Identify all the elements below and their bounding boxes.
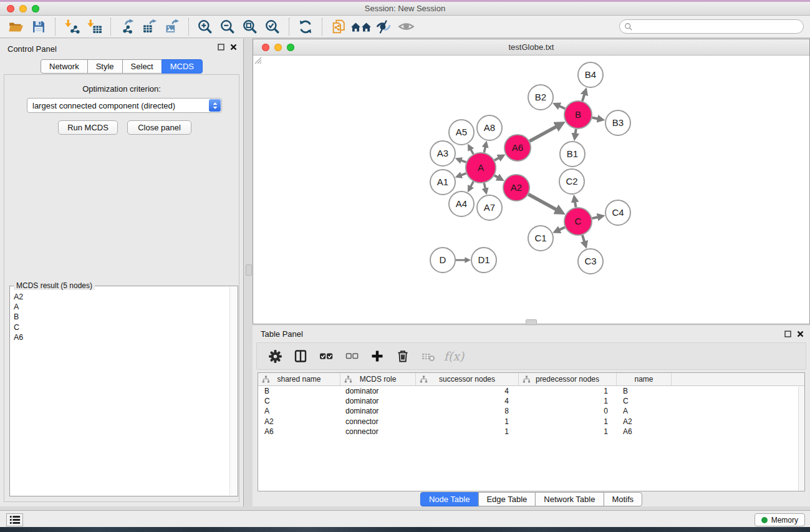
graph-edge-C-C1[interactable]	[559, 227, 565, 230]
graph-edge-B-B4[interactable]	[582, 94, 584, 101]
column-header-successor-nodes[interactable]: successor nodes	[416, 373, 519, 385]
column-header-mcds-role[interactable]: MCDS role	[340, 373, 416, 385]
network-graph: B4B2BB3A8A5A6A3B1AA1C2A2A4A7C4CC1C3DD1	[253, 56, 809, 324]
graph-edge-A6-B[interactable]	[529, 127, 557, 142]
result-item[interactable]: C	[10, 322, 229, 332]
graph-edge-A2-C[interactable]	[528, 195, 556, 210]
minimize-window-button[interactable]	[19, 5, 27, 12]
tab-network[interactable]: Network	[41, 59, 88, 74]
tab-mcds[interactable]: MCDS	[162, 59, 203, 74]
table-cell: dominator	[340, 407, 416, 415]
table-cell: 4	[416, 387, 519, 395]
close-window-button[interactable]	[7, 5, 14, 12]
tab-edge-table[interactable]: Edge Table	[478, 492, 536, 506]
tab-select[interactable]: Select	[122, 59, 162, 74]
search-field[interactable]	[619, 19, 804, 34]
result-item[interactable]: A2	[10, 292, 229, 302]
table-panel-title: Table Panel	[261, 329, 303, 339]
maximize-window-button[interactable]	[32, 5, 39, 12]
horizontal-split-handle[interactable]	[526, 319, 537, 325]
tab-node-table[interactable]: Node Table	[420, 492, 479, 506]
column-header-label: successor nodes	[439, 375, 495, 384]
graph-edge-B-B3[interactable]	[592, 118, 599, 119]
graph-edge-A-A6[interactable]	[494, 158, 499, 160]
add-column-button[interactable]	[367, 346, 388, 367]
graph-edge-A-A3[interactable]	[461, 160, 466, 162]
graph-edge-C-C3[interactable]	[582, 235, 584, 242]
network-window-titlebar[interactable]: testGlobe.txt	[253, 39, 809, 56]
result-item[interactable]: A	[10, 302, 229, 312]
eye-slash-icon	[375, 19, 392, 35]
home-view-button[interactable]	[350, 17, 372, 36]
zoom-selected-icon	[264, 19, 281, 35]
app-titlebar[interactable]: Session: New Session	[0, 2, 810, 16]
column-header-name[interactable]: name	[617, 373, 672, 385]
select-all-rows-button[interactable]	[316, 346, 337, 367]
minimize-network-window-button[interactable]	[274, 44, 282, 51]
delete-columns-button[interactable]	[392, 346, 413, 367]
zoom-selected-button[interactable]	[261, 17, 284, 36]
maximize-network-window-button[interactable]	[287, 44, 294, 51]
graph-edge-A-A7[interactable]	[484, 183, 485, 188]
task-history-button[interactable]	[6, 513, 23, 526]
column-header-predecessor-nodes[interactable]: predecessor nodes	[519, 373, 617, 385]
close-table-panel-icon[interactable]	[797, 331, 804, 337]
table-row[interactable]: Cdominator41C	[258, 396, 804, 406]
table-row[interactable]: Bdominator41B	[258, 386, 804, 396]
new-session-from-network-button[interactable]	[327, 17, 350, 36]
column-visibility-button[interactable]	[290, 346, 311, 367]
deselect-all-rows-button[interactable]	[341, 346, 362, 367]
graph-edge-A-A1[interactable]	[461, 173, 466, 175]
search-input[interactable]	[633, 21, 803, 32]
table-scrollbar[interactable]	[798, 387, 804, 491]
float-table-panel-icon[interactable]	[784, 331, 791, 337]
run-mcds-button[interactable]: Run MCDS	[58, 120, 118, 135]
optimization-criterion-dropdown[interactable]: largest connected component (directed)	[27, 98, 222, 113]
memory-button[interactable]: Memory	[755, 513, 805, 526]
export-table-button[interactable]	[138, 17, 161, 36]
close-panel-button[interactable]: Close panel	[127, 120, 191, 135]
vertical-split-handle[interactable]	[246, 264, 252, 276]
float-panel-icon[interactable]	[218, 44, 224, 51]
zoom-fit-button[interactable]	[239, 17, 261, 36]
open-file-button[interactable]	[5, 17, 27, 36]
result-item[interactable]: B	[10, 312, 229, 322]
refresh-button[interactable]	[294, 17, 317, 36]
tab-motifs[interactable]: Motifs	[603, 492, 642, 506]
result-item[interactable]: A6	[10, 332, 229, 342]
table-cell: C	[617, 397, 672, 405]
table-row[interactable]: Adominator80A	[258, 406, 804, 416]
export-image-button[interactable]	[161, 17, 183, 36]
graph-edge-C-C4[interactable]	[592, 217, 598, 218]
app-title: Session: New Session	[0, 2, 810, 15]
graph-edge-B-B1[interactable]	[576, 129, 576, 134]
table-cell: A2	[617, 417, 672, 426]
memory-status-icon	[761, 517, 768, 523]
tab-network-table[interactable]: Network Table	[535, 492, 604, 506]
table-options-button[interactable]	[264, 346, 286, 367]
window-resize-grip[interactable]	[253, 56, 262, 64]
tab-style[interactable]: Style	[87, 59, 123, 74]
graph-edge-A-A8[interactable]	[484, 147, 485, 152]
hide-graphics-details-button[interactable]	[372, 17, 395, 36]
graph-edge-A-A4[interactable]	[471, 181, 474, 186]
mcds-result-list[interactable]: A2ABCA6	[10, 292, 229, 495]
table-row[interactable]: A6connector11A6	[258, 427, 804, 437]
graph-edge-A-A5[interactable]	[471, 149, 473, 154]
column-header-shared-name[interactable]: shared name	[258, 373, 340, 385]
network-canvas[interactable]: B4B2BB3A8A5A6A3B1AA1C2A2A4A7C4CC1C3DD1	[253, 56, 809, 324]
graph-edge-A-A2[interactable]	[494, 175, 498, 177]
close-network-window-button[interactable]	[262, 44, 269, 51]
import-table-button[interactable]	[83, 17, 105, 36]
graph-edge-B-B2[interactable]	[559, 106, 566, 109]
graph-edge-C-C2[interactable]	[575, 201, 576, 207]
import-network-button[interactable]	[60, 17, 83, 36]
zoom-out-button[interactable]	[216, 17, 239, 36]
zoom-in-button[interactable]	[194, 17, 216, 36]
export-network-button[interactable]	[116, 17, 138, 36]
close-panel-icon[interactable]	[230, 44, 237, 51]
result-scrollbar[interactable]	[229, 287, 238, 495]
table-row[interactable]: A2connector11A2	[258, 417, 804, 427]
save-session-button[interactable]	[27, 17, 50, 36]
control-panel-title: Control Panel	[7, 44, 57, 54]
